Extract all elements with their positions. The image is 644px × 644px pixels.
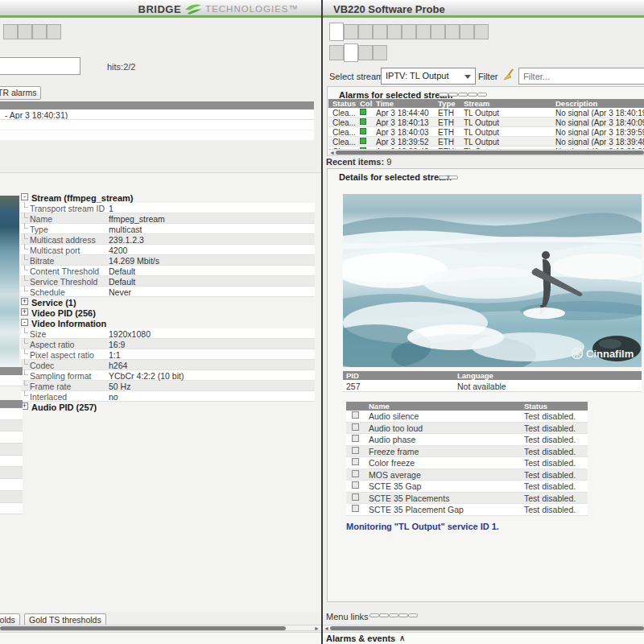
test-checkbox[interactable] <box>352 505 359 512</box>
left-tab[interactable] <box>32 24 47 39</box>
test-checkbox[interactable] <box>352 470 359 477</box>
menu-link-button[interactable] <box>369 613 379 617</box>
menu-link-button[interactable] <box>408 613 418 617</box>
test-checkbox[interactable] <box>352 423 359 431</box>
tree-row[interactable]: Aspect ratio 16:9 <box>21 339 315 349</box>
main-tab[interactable] <box>474 24 489 39</box>
tree-row[interactable]: Service Threshold Default <box>21 276 315 287</box>
sub-tab[interactable] <box>329 45 344 60</box>
tree-row[interactable]: Codec h264 <box>21 360 315 370</box>
menu-link-button[interactable] <box>398 613 408 617</box>
alarm-color-swatch <box>360 128 366 134</box>
test-checkbox[interactable] <box>352 447 359 454</box>
tree-expand-toggle[interactable]: - <box>21 193 28 200</box>
test-checkbox[interactable] <box>352 493 359 501</box>
left-tab[interactable] <box>47 24 61 39</box>
left-scrollbar-thumb[interactable] <box>0 626 286 630</box>
alarm-row[interactable]: Clea... Apr 3 18:40:13 ETH TL Output No … <box>328 118 644 127</box>
left-horizontal-scrollbar[interactable]: ► <box>0 625 321 631</box>
sub-tab[interactable] <box>358 45 373 60</box>
left-tab[interactable] <box>3 24 18 39</box>
tree-row[interactable]: Content Threshold Default <box>21 266 315 276</box>
collapse-up-icon[interactable]: ∧ <box>399 634 405 642</box>
tree-row[interactable]: - Video Information <box>21 318 315 328</box>
tree-row[interactable]: Frame rate 50 Hz <box>21 381 315 391</box>
right-scrollbar-thumb[interactable] <box>330 626 644 630</box>
test-checkbox[interactable] <box>352 458 359 465</box>
tree-row[interactable]: Size 1920x1080 <box>21 328 315 339</box>
tree-row[interactable]: Interlaced no <box>21 391 315 402</box>
filter-input[interactable] <box>518 68 644 85</box>
tree-row-label: Sampling format <box>30 371 91 381</box>
main-tab[interactable] <box>373 24 387 39</box>
alarm-row[interactable]: Clea... Apr 3 18:44:40 ETH TL Output No … <box>328 108 644 118</box>
test-status: Test disabled. <box>524 458 576 468</box>
details-panel-button[interactable] <box>439 175 448 180</box>
alarm-description: No signal (Apr 3 18:40:19 - A <box>555 109 644 118</box>
tree-row[interactable]: Multicast address 239.1.2.3 <box>21 234 315 245</box>
main-tab[interactable] <box>344 24 358 39</box>
alarms-horizontal-scrollbar[interactable]: ◄ <box>328 149 644 155</box>
scroll-left-arrow-icon[interactable]: ◄ <box>324 625 329 632</box>
alarm-filter-button[interactable] <box>448 93 458 97</box>
filter-brush-icon[interactable] <box>503 68 515 81</box>
test-checkbox[interactable] <box>352 435 359 442</box>
main-tab[interactable] <box>402 24 416 39</box>
etr-alarms-button[interactable]: ETR alarms <box>0 86 41 100</box>
main-tab-bar <box>329 27 489 36</box>
search-hits-label: hits:2/2 <box>107 62 135 72</box>
tree-expand-toggle[interactable]: + <box>21 308 28 316</box>
scroll-left-arrow-icon[interactable]: ◄ <box>329 150 335 156</box>
alarm-type: ETH <box>438 118 454 127</box>
tree-row[interactable]: Type multicast <box>21 224 315 234</box>
main-tab[interactable] <box>460 24 474 39</box>
test-checkbox[interactable] <box>352 481 359 489</box>
tree-row[interactable]: Bitrate 14.269 Mbit/s <box>21 255 315 266</box>
main-tab[interactable] <box>358 24 373 39</box>
alarm-filter-button[interactable] <box>477 93 487 97</box>
scroll-right-arrow-icon[interactable]: ► <box>314 625 320 632</box>
tree-row[interactable]: Schedule Never <box>21 287 315 297</box>
main-tab[interactable] <box>329 23 344 41</box>
alarms-events-footer[interactable]: Alarms & events ∧ <box>323 632 644 644</box>
tree-expand-toggle[interactable]: + <box>21 298 28 305</box>
stream-select-dropdown[interactable]: IPTV: TL Output <box>381 68 476 85</box>
alarm-filter-button[interactable] <box>458 93 468 97</box>
alarm-row[interactable]: Clea... Apr 3 18:40:03 ETH TL Output No … <box>328 127 644 137</box>
details-panel-button[interactable] <box>448 175 458 180</box>
menu-link-button[interactable] <box>379 613 389 617</box>
video-preview[interactable]: Cinnafilm <box>343 194 642 367</box>
tree-row[interactable]: Sampling format YCbCr 4:2:2 (10 bit) <box>21 370 315 381</box>
sub-tab[interactable] <box>344 43 358 62</box>
menu-link-button[interactable] <box>389 613 398 617</box>
test-status: Test disabled. <box>524 423 576 433</box>
test-status: Test disabled. <box>524 481 576 491</box>
tree-row[interactable]: Name ffmpeg_stream <box>21 213 315 224</box>
alarm-filter-button[interactable] <box>439 93 448 97</box>
tree-row[interactable]: Transport stream ID 1 <box>21 203 315 213</box>
tree-row[interactable]: + Audio PID (257) <box>21 402 315 412</box>
main-tab[interactable] <box>431 24 445 39</box>
test-checkbox[interactable] <box>352 411 359 419</box>
left-alarm-row[interactable]: - Apr 3 18:40:31) <box>0 109 314 120</box>
tree-row[interactable]: + Video PID (256) <box>21 308 315 318</box>
main-tab[interactable] <box>387 24 402 39</box>
main-tab[interactable] <box>445 24 460 39</box>
tree-row[interactable]: - Stream (ffmpeg_stream) <box>21 192 315 203</box>
tree-row[interactable]: Multicast port 4200 <box>21 245 315 255</box>
search-input[interactable] <box>0 57 80 75</box>
left-tab[interactable] <box>18 24 32 39</box>
tree-expand-toggle[interactable]: - <box>21 319 28 326</box>
test-status: Test disabled. <box>524 470 576 480</box>
alarms-scrollbar-thumb[interactable] <box>336 151 644 155</box>
alarm-row[interactable]: Clea... Apr 3 18:39:52 ETH TL Output No … <box>328 137 644 147</box>
alarm-filter-button[interactable] <box>468 93 477 97</box>
pid-row[interactable]: 257 Not available <box>343 380 642 392</box>
main-tab[interactable] <box>416 24 431 39</box>
alarm-time: Apr 3 18:44:40 <box>376 109 429 118</box>
right-horizontal-scrollbar[interactable]: ◄ <box>323 625 644 631</box>
tree-row[interactable]: Pixel aspect ratio 1:1 <box>21 349 315 360</box>
tree-branch-line <box>24 275 28 281</box>
sub-tab[interactable] <box>373 45 387 60</box>
tree-row[interactable]: + Service (1) <box>21 297 315 308</box>
